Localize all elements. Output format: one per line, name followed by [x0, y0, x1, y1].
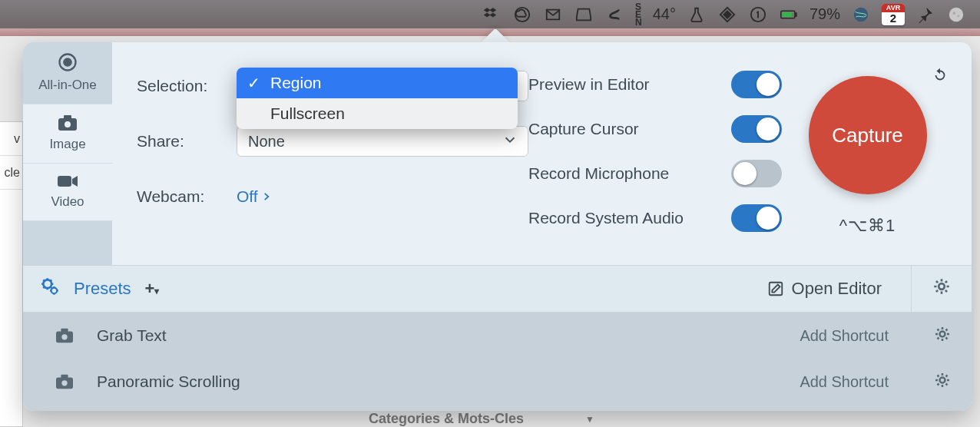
svg-rect-17: [769, 283, 782, 296]
add-shortcut-button[interactable]: Add Shortcut: [800, 327, 889, 345]
settings-gear-icon[interactable]: [929, 276, 955, 301]
pin-icon[interactable]: [915, 5, 935, 25]
selection-label: Selection:: [137, 77, 237, 95]
record-microphone-toggle[interactable]: [731, 160, 782, 187]
svg-rect-12: [64, 115, 71, 119]
reset-icon[interactable]: [932, 67, 949, 87]
bg-row-1: v: [0, 122, 22, 156]
record-system-audio-label: Record System Audio: [528, 209, 684, 227]
open-editor-button[interactable]: Open Editor: [767, 279, 882, 299]
creative-cloud-icon[interactable]: [512, 5, 532, 25]
capture-shortcut: ^⌥⌘1: [839, 216, 896, 236]
preset-row[interactable]: Grab Text Add Shortcut: [23, 313, 972, 359]
presets-gear-icon[interactable]: [40, 276, 60, 301]
onepassword-icon[interactable]: [748, 5, 768, 25]
dropdown-item-label: Fullscreen: [270, 104, 345, 123]
tab-image[interactable]: Image: [23, 104, 112, 164]
calendar-day: 2: [882, 12, 905, 24]
add-shortcut-button[interactable]: Add Shortcut: [800, 373, 889, 391]
diamond-icon[interactable]: [717, 5, 737, 25]
preview-in-editor-label: Preview in Editor: [528, 75, 650, 94]
open-editor-label: Open Editor: [792, 279, 882, 299]
preset-settings-icon[interactable]: [930, 371, 955, 393]
svg-point-10: [63, 58, 72, 67]
moon-icon[interactable]: [946, 5, 966, 25]
background-page-text: Categories & Mots-Cles▼: [369, 411, 676, 427]
inbox-icon[interactable]: [574, 5, 594, 25]
preset-name: Grab Text: [97, 326, 778, 345]
svg-rect-4: [782, 12, 792, 16]
background-prefs-card: v cle: [0, 121, 23, 427]
tab-image-label: Image: [49, 137, 85, 151]
tab-all-in-one[interactable]: All-in-One: [23, 42, 112, 104]
battery-icon[interactable]: [779, 5, 799, 25]
share-dropdown[interactable]: None: [237, 126, 528, 157]
presets-label[interactable]: Presets: [74, 279, 131, 299]
flask-icon[interactable]: [687, 5, 707, 25]
share-label: Share:: [137, 132, 237, 151]
preview-in-editor-toggle[interactable]: [731, 71, 782, 98]
svg-rect-3: [796, 12, 797, 16]
svg-point-18: [939, 283, 945, 290]
capture-button[interactable]: Capture: [809, 76, 927, 194]
preset-row[interactable]: Panoramic Scrolling Add Shortcut: [23, 359, 972, 405]
record-system-audio-toggle[interactable]: [731, 204, 782, 232]
dropbox-icon[interactable]: [482, 5, 502, 25]
tab-video-label: Video: [51, 194, 84, 209]
webcam-toggle-link[interactable]: Off: [237, 187, 272, 206]
selection-dropdown-menu: Region Fullscreen: [237, 68, 518, 129]
calendar-icon[interactable]: AVR 2: [882, 4, 905, 25]
globe-icon[interactable]: [851, 5, 871, 25]
snagit-icon[interactable]: [604, 5, 624, 25]
gmail-icon[interactable]: [543, 5, 563, 25]
add-preset-button[interactable]: +▾: [145, 279, 160, 299]
svg-rect-24: [61, 375, 68, 379]
record-microphone-label: Record Microphone: [528, 164, 669, 183]
share-value: None: [248, 133, 285, 151]
calendar-month: AVR: [882, 4, 905, 12]
bg-row-2: cle: [0, 156, 22, 190]
edit-icon: [767, 280, 784, 297]
svg-point-21: [61, 334, 67, 339]
presets-bar: Presets +▾ Open Editor: [23, 265, 972, 313]
capture-cursor-label: Capture Cursor: [528, 120, 639, 138]
camera-icon: [54, 327, 75, 344]
svg-rect-20: [61, 329, 68, 333]
capture-cursor-toggle[interactable]: [731, 115, 782, 143]
lang-indicator[interactable]: SEN: [635, 3, 642, 26]
webcam-label: Webcam:: [137, 187, 237, 206]
dropdown-item-region[interactable]: Region: [237, 68, 518, 98]
macos-menubar: SEN 44° 79% AVR 2: [0, 0, 980, 28]
svg-point-22: [940, 331, 945, 336]
svg-point-15: [43, 280, 51, 288]
dropdown-item-label: Region: [270, 74, 322, 92]
svg-point-25: [61, 380, 67, 386]
battery-percent: 79%: [809, 5, 840, 23]
preset-list: Grab Text Add Shortcut Panoramic Scrolli…: [23, 313, 972, 411]
capture-button-label: Capture: [832, 124, 903, 147]
svg-point-13: [65, 121, 71, 127]
tab-video[interactable]: Video: [23, 164, 112, 221]
svg-point-7: [952, 12, 955, 15]
capture-mode-tabs: All-in-One Image Video: [23, 42, 112, 265]
svg-point-6: [949, 7, 963, 21]
svg-point-16: [51, 288, 58, 294]
svg-point-8: [957, 15, 959, 17]
temperature-text[interactable]: 44°: [653, 5, 676, 23]
preset-name: Panoramic Scrolling: [97, 372, 778, 391]
chevron-down-icon: [502, 131, 518, 152]
svg-rect-14: [58, 176, 71, 187]
camera-icon: [54, 373, 75, 390]
preset-settings-icon[interactable]: [930, 325, 955, 347]
webcam-value: Off: [237, 187, 258, 206]
svg-point-26: [940, 377, 945, 382]
dropdown-item-fullscreen[interactable]: Fullscreen: [237, 98, 518, 129]
tab-all-in-one-label: All-in-One: [38, 78, 97, 92]
chevron-right-icon: [261, 190, 272, 204]
